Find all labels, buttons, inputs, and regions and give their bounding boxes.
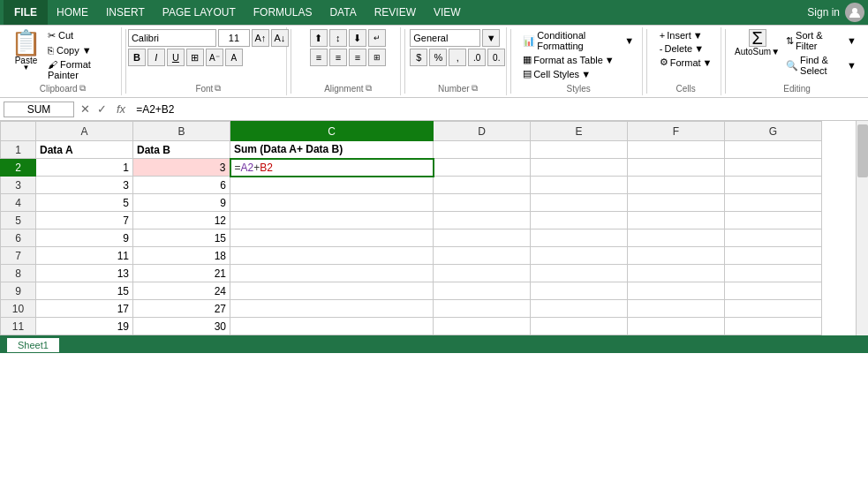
row-header-9[interactable]: 9 xyxy=(1,282,36,300)
cell-g10[interactable] xyxy=(725,300,822,318)
cell-d5[interactable] xyxy=(434,212,531,229)
menu-formulas[interactable]: FORMULAS xyxy=(245,0,321,25)
cell-b6[interactable]: 15 xyxy=(133,229,230,247)
cell-c3[interactable] xyxy=(230,177,434,194)
cell-c2[interactable]: =A2+B2 xyxy=(230,159,434,177)
font-size-input[interactable] xyxy=(218,29,250,47)
align-bottom-button[interactable]: ⬇ xyxy=(349,29,366,47)
name-box[interactable] xyxy=(4,102,74,117)
border-button[interactable]: ⊞ xyxy=(186,49,204,66)
merge-button[interactable]: ⊞ xyxy=(368,49,386,66)
conditional-formatting-button[interactable]: 📊 Conditional Formatting ▼ xyxy=(520,29,637,52)
italic-button[interactable]: I xyxy=(147,49,165,66)
cell-b3[interactable]: 6 xyxy=(133,177,230,194)
cell-a3[interactable]: 3 xyxy=(36,177,133,194)
cell-b4[interactable]: 9 xyxy=(133,194,230,212)
cell-d6[interactable] xyxy=(434,229,531,247)
cell-f9[interactable] xyxy=(628,282,725,300)
row-header-1[interactable]: 1 xyxy=(1,141,36,159)
menu-insert[interactable]: INSERT xyxy=(97,0,154,25)
autosum-button[interactable]: Σ xyxy=(749,29,766,47)
cell-f2[interactable] xyxy=(628,159,725,177)
col-header-b[interactable]: B xyxy=(133,122,230,141)
cell-e11[interactable] xyxy=(531,318,628,335)
paste-button[interactable]: 📋 Paste ▼ xyxy=(9,29,43,73)
menu-page-layout[interactable]: PAGE LAYOUT xyxy=(154,0,245,25)
cell-e7[interactable] xyxy=(531,247,628,265)
col-header-c[interactable]: C xyxy=(230,122,434,141)
underline-button[interactable]: U xyxy=(167,49,185,66)
row-header-5[interactable]: 5 xyxy=(1,212,36,229)
cell-a11[interactable]: 19 xyxy=(36,318,133,335)
cell-f11[interactable] xyxy=(628,318,725,335)
cell-b7[interactable]: 18 xyxy=(133,247,230,265)
row-header-10[interactable]: 10 xyxy=(1,300,36,318)
find-select-button[interactable]: 🔍 Find & Select ▼ xyxy=(783,54,859,77)
cell-g2[interactable] xyxy=(725,159,822,177)
cell-d1[interactable] xyxy=(434,141,531,159)
font-expand-icon[interactable]: ⧉ xyxy=(215,83,221,94)
format-painter-button[interactable]: 🖌 Format Painter xyxy=(45,58,116,81)
cell-c10[interactable] xyxy=(230,300,434,318)
row-header-11[interactable]: 11 xyxy=(1,318,36,335)
cell-c6[interactable] xyxy=(230,229,434,247)
cell-e9[interactable] xyxy=(531,282,628,300)
cell-d7[interactable] xyxy=(434,247,531,265)
cell-f6[interactable] xyxy=(628,229,725,247)
cell-e3[interactable] xyxy=(531,177,628,194)
col-header-d[interactable]: D xyxy=(434,122,531,141)
cell-g7[interactable] xyxy=(725,247,822,265)
decrease-font-button[interactable]: A↓ xyxy=(271,29,289,47)
cell-f1[interactable] xyxy=(628,141,725,159)
number-format-dropdown[interactable]: ▼ xyxy=(482,29,500,47)
format-as-table-button[interactable]: ▦ Format as Table ▼ xyxy=(520,53,637,66)
menu-data[interactable]: DATA xyxy=(321,0,365,25)
increase-decimal-button[interactable]: .0 xyxy=(468,49,486,66)
font-name-input[interactable] xyxy=(128,29,216,47)
col-header-f[interactable]: F xyxy=(628,122,725,141)
menu-home[interactable]: HOME xyxy=(48,0,97,25)
cell-d4[interactable] xyxy=(434,194,531,212)
fill-color-button[interactable]: A⁻ xyxy=(206,49,223,66)
menu-view[interactable]: VIEW xyxy=(425,0,470,25)
cell-f3[interactable] xyxy=(628,177,725,194)
cell-c9[interactable] xyxy=(230,282,434,300)
cell-f7[interactable] xyxy=(628,247,725,265)
increase-font-button[interactable]: A↑ xyxy=(252,29,269,47)
cell-e4[interactable] xyxy=(531,194,628,212)
cell-g6[interactable] xyxy=(725,229,822,247)
cell-a8[interactable]: 13 xyxy=(36,265,133,282)
cell-g5[interactable] xyxy=(725,212,822,229)
align-top-button[interactable]: ⬆ xyxy=(310,29,328,47)
cell-styles-button[interactable]: ▤ Cell Styles ▼ xyxy=(520,67,637,80)
alignment-expand-icon[interactable]: ⧉ xyxy=(366,83,372,94)
cell-f5[interactable] xyxy=(628,212,725,229)
cell-e2[interactable] xyxy=(531,159,628,177)
row-header-7[interactable]: 7 xyxy=(1,247,36,265)
cell-a9[interactable]: 15 xyxy=(36,282,133,300)
cell-d8[interactable] xyxy=(434,265,531,282)
insert-button[interactable]: + Insert ▼ xyxy=(657,29,715,41)
align-middle-button[interactable]: ↕ xyxy=(329,29,347,47)
col-header-e[interactable]: E xyxy=(531,122,628,141)
copy-button[interactable]: ⎘ Copy ▼ xyxy=(45,44,116,56)
wrap-text-button[interactable]: ↵ xyxy=(368,29,386,47)
cell-a7[interactable]: 11 xyxy=(36,247,133,265)
cell-e5[interactable] xyxy=(531,212,628,229)
cell-e8[interactable] xyxy=(531,265,628,282)
cell-d10[interactable] xyxy=(434,300,531,318)
cell-d3[interactable] xyxy=(434,177,531,194)
cell-c8[interactable] xyxy=(230,265,434,282)
decrease-decimal-button[interactable]: 0. xyxy=(487,49,505,66)
cut-button[interactable]: ✂ Cut xyxy=(45,29,116,42)
cell-b8[interactable]: 21 xyxy=(133,265,230,282)
cancel-formula-button[interactable]: ✕ xyxy=(78,102,93,116)
cell-e1[interactable] xyxy=(531,141,628,159)
cell-a4[interactable]: 5 xyxy=(36,194,133,212)
sign-in-label[interactable]: Sign in xyxy=(807,6,840,19)
number-format-input[interactable] xyxy=(410,29,480,47)
scrollbar-thumb[interactable] xyxy=(857,124,868,177)
clipboard-expand-icon[interactable]: ⧉ xyxy=(79,83,86,94)
cell-d11[interactable] xyxy=(434,318,531,335)
align-center-button[interactable]: ≡ xyxy=(329,49,347,66)
